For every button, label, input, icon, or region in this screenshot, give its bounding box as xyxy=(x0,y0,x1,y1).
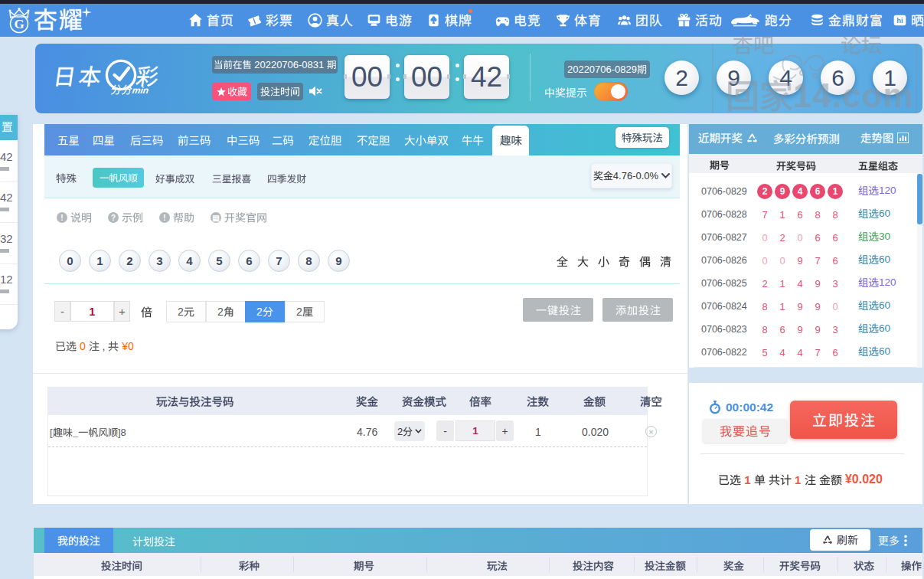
svg-text:G: G xyxy=(14,17,24,31)
svg-text:hi: hi xyxy=(896,16,903,25)
